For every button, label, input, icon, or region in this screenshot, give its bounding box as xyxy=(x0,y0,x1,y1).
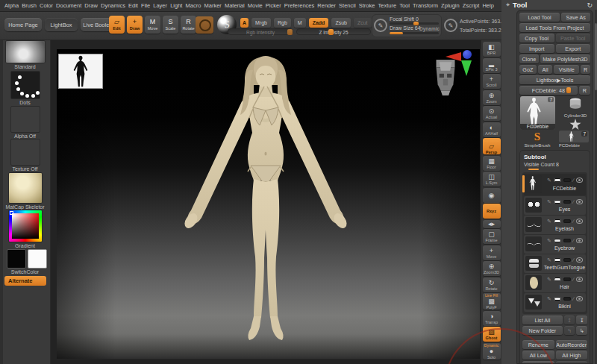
eye-icon[interactable] xyxy=(576,178,583,183)
auto-reorder-button[interactable]: AutoReorder xyxy=(556,340,588,349)
viewport[interactable] xyxy=(51,40,481,364)
edit-icon[interactable]: ✎ xyxy=(547,257,551,263)
subtool-thumbnail[interactable] xyxy=(525,236,542,251)
goz-button[interactable]: GoZ xyxy=(519,65,537,74)
simplebrush-tile[interactable]: S SimpleBrush xyxy=(521,131,554,148)
mrgb-button[interactable]: Mrgb xyxy=(251,18,271,28)
subtool-thumbnail[interactable] xyxy=(525,217,542,232)
robot-head-icon[interactable] xyxy=(433,58,458,97)
menu-item[interactable]: Zplugin xyxy=(441,2,460,9)
subtool-row[interactable]: ✎ ∕ Hair xyxy=(524,274,586,292)
active-tool-slider[interactable]: FCDebbie: 48 xyxy=(519,86,578,95)
shelf-button[interactable]: ◉ xyxy=(483,188,501,203)
menu-item[interactable]: Color xyxy=(40,2,53,9)
render-toggle-icon[interactable] xyxy=(563,258,571,262)
z-intensity-slider[interactable]: Z Intensity 25 xyxy=(296,28,371,35)
menu-item[interactable]: Zscript xyxy=(463,2,480,9)
model-figure[interactable] xyxy=(176,55,355,345)
zsub-button[interactable]: Zsub xyxy=(331,18,351,28)
visibility-toggle-icon[interactable] xyxy=(554,200,561,204)
r2-button[interactable]: R xyxy=(579,86,590,95)
secondary-color-swatch[interactable] xyxy=(28,249,47,269)
subtool-row[interactable]: ✎ ∕ Eyebrow xyxy=(524,235,586,254)
menu-item[interactable]: Edit xyxy=(128,2,138,9)
shelf-button[interactable]: + Scroll xyxy=(483,74,501,89)
r-button[interactable]: R xyxy=(581,65,590,74)
shelf-button[interactable]: Dynamic ▱ Persp xyxy=(483,138,501,154)
paste-button[interactable]: Paste xyxy=(556,361,588,364)
shelf-button[interactable]: ▦ Floor xyxy=(483,156,501,171)
eye-icon[interactable] xyxy=(576,199,583,204)
save-as-button[interactable]: Save As xyxy=(561,13,590,22)
alternate-button[interactable]: Alternate xyxy=(4,276,46,286)
shelf-button[interactable]: ◂▸ xyxy=(483,220,501,228)
zadd-button[interactable]: Zadd xyxy=(309,18,329,28)
paste-tool-button[interactable]: Paste Tool xyxy=(556,34,591,43)
mode-button[interactable]: R Rotate xyxy=(181,16,196,34)
rgb-intensity-thumb[interactable] xyxy=(287,29,293,35)
dots-stroke-thumbnail[interactable] xyxy=(10,71,40,99)
subtool-thumbnail[interactable] xyxy=(525,275,542,290)
paint-icon[interactable]: ∕ xyxy=(573,199,574,204)
move-down-folder-icon[interactable]: ↳ xyxy=(576,326,587,335)
menu-item[interactable]: Light xyxy=(170,2,182,9)
edit-icon[interactable]: ✎ xyxy=(547,178,551,183)
menu-item[interactable]: Render xyxy=(317,2,336,9)
cylinder3d-tile[interactable]: Cylinder3D xyxy=(559,98,592,118)
shelf-button[interactable]: + Move xyxy=(483,245,501,260)
shelf-button[interactable]: ◫ L.Sym xyxy=(483,172,501,186)
visibility-toggle-icon[interactable] xyxy=(554,258,561,262)
active-tool-thumbnail[interactable]: 7 FCDebbie xyxy=(520,96,555,130)
menu-item[interactable]: Draw xyxy=(84,2,98,9)
menu-item[interactable]: Tool xyxy=(399,2,410,9)
subtool-title[interactable]: Subtool xyxy=(524,154,587,160)
visibility-toggle-icon[interactable] xyxy=(554,239,561,242)
subtool-down-icon[interactable]: ↧ xyxy=(576,316,587,324)
saturation-value-square[interactable] xyxy=(12,213,39,239)
stroke-preview-button[interactable] xyxy=(196,16,213,34)
shelf-button[interactable]: Rxyz xyxy=(483,204,501,219)
dynamic-label[interactable]: Dynamic xyxy=(419,26,440,31)
subtool-thumbnail[interactable] xyxy=(525,256,542,271)
shelf-button[interactable]: ⊕ Zoom3D xyxy=(483,261,501,276)
export-button[interactable]: Export xyxy=(556,44,591,53)
visibility-toggle-icon[interactable] xyxy=(554,297,561,301)
mode-button[interactable]: ▱ Edit xyxy=(109,16,125,34)
menu-item[interactable]: Brush xyxy=(22,2,37,9)
menu-item[interactable]: Layer xyxy=(153,2,167,9)
menu-item[interactable]: Document xyxy=(56,2,81,9)
edit-icon[interactable]: ✎ xyxy=(547,296,551,301)
render-toggle-icon[interactable] xyxy=(563,178,571,182)
document-area[interactable] xyxy=(57,49,480,359)
rgb-button[interactable]: Rgb xyxy=(274,18,291,28)
menu-item[interactable]: Help xyxy=(482,2,493,9)
alpha-thumbnail[interactable] xyxy=(10,106,40,133)
load-tool-button[interactable]: Load Tool xyxy=(519,13,560,22)
shelf-button[interactable]: ◧ BPR xyxy=(483,42,501,57)
main-color-swatch[interactable] xyxy=(7,249,26,269)
copy-button[interactable]: Copy xyxy=(522,361,554,364)
load-tools-from-project-button[interactable]: Load Tools From Project xyxy=(519,23,590,32)
render-toggle-icon[interactable] xyxy=(563,297,571,301)
menu-item[interactable]: Stroke xyxy=(359,2,375,9)
visible-button[interactable]: Visible xyxy=(554,65,579,74)
menu-item[interactable]: Material xyxy=(225,2,245,9)
menu-item[interactable]: File xyxy=(141,2,150,9)
shelf-button[interactable]: ⊙ Actual xyxy=(483,106,501,121)
zcut-button[interactable]: Zcut xyxy=(354,18,372,28)
list-all-button[interactable]: List All xyxy=(522,316,563,324)
menu-item[interactable]: Preferences xyxy=(284,2,314,9)
shelf-button[interactable]: ◑ Transp xyxy=(483,311,501,326)
x-axis-arrow-icon[interactable] xyxy=(446,52,461,61)
menu-item[interactable]: Marker xyxy=(204,2,221,9)
subtool-up-icon[interactable]: ↥ xyxy=(564,316,575,324)
refresh-icon[interactable]: ↻ xyxy=(587,1,593,9)
visibility-toggle-icon[interactable] xyxy=(554,178,561,182)
paint-icon[interactable]: ∕ xyxy=(573,238,574,243)
visible-count-label[interactable]: Visible Count 8 xyxy=(524,162,587,167)
y-axis-arrow-icon[interactable] xyxy=(461,60,472,76)
eye-icon[interactable] xyxy=(576,257,583,263)
lightbox-button[interactable]: LightBox xyxy=(45,18,78,31)
shelf-button[interactable]: Dynamic ● Solo xyxy=(483,343,501,360)
edit-icon[interactable]: ✎ xyxy=(547,199,551,204)
